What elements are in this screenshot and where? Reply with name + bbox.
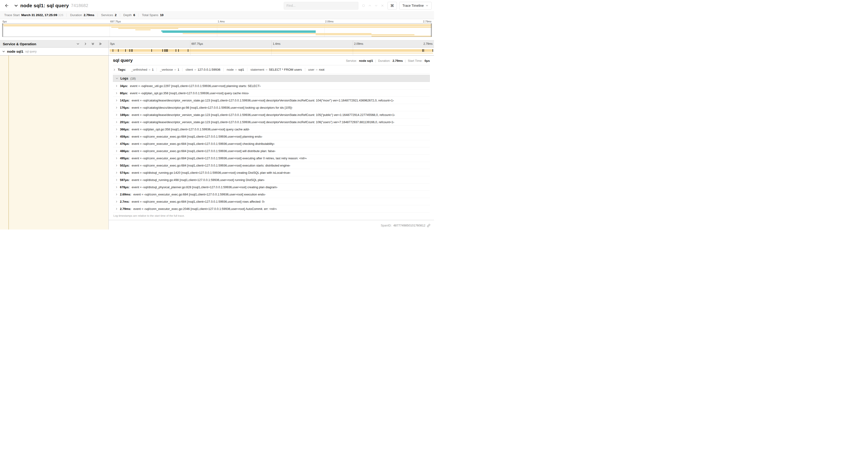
summary-value: 6: [133, 13, 135, 17]
collapse-one-icon[interactable]: [76, 42, 80, 45]
chevron-right-icon: [115, 200, 118, 203]
log-row[interactable]: 201μs: event = ‹sql/catalog/lease/descri…: [113, 119, 430, 126]
tag-equals: =: [266, 68, 268, 71]
log-row[interactable]: 574μs: event = ‹sql/distsql_running.go:1…: [113, 169, 430, 176]
log-marker: [188, 49, 188, 52]
span-collapse-chevron-icon[interactable]: [2, 50, 5, 53]
meta-separator: |: [405, 59, 406, 63]
log-event-text: event = ‹sql/catalog/descs/descriptor.go…: [132, 106, 292, 109]
log-row[interactable]: 34μs: event = ‹sql/exec_util.go:2297 [ns…: [113, 82, 430, 90]
service-operation-header: Service & Operation: [3, 42, 36, 46]
chevron-right-icon: [115, 135, 118, 138]
expand-collapse-controls: [76, 42, 106, 45]
log-row[interactable]: 142μs: event = ‹sql/catalog/lease/descri…: [113, 97, 430, 104]
link-icon[interactable]: [427, 224, 430, 227]
view-select-label: Trace Timeline: [403, 4, 424, 7]
log-timestamp: 201μs:: [120, 120, 129, 124]
trace-content: sql query Service: node sql1 | Duration:…: [0, 56, 434, 230]
find-scope-icon[interactable]: [362, 4, 365, 7]
tags-accordion[interactable]: Tags: _unfinished = 1 _verbose = 1 clien…: [113, 66, 430, 74]
log-row[interactable]: 495μs: event = ‹sql/conn_executor_exec.g…: [113, 155, 430, 162]
log-row[interactable]: 2.7ms: event = ‹sql/conn_executor_exec.g…: [113, 198, 430, 205]
expand-one-icon[interactable]: [84, 42, 87, 45]
span-id-row: SpanID: 4877749850101760812: [109, 222, 434, 230]
find-prev-icon[interactable]: [368, 4, 371, 7]
span-id-label: SpanID:: [381, 224, 392, 227]
span-detail-panel: sql query Service: node sql1 | Duration:…: [109, 56, 434, 220]
find-input[interactable]: [284, 2, 359, 9]
find-nav-controls: [361, 4, 385, 7]
log-row[interactable]: 476μs: event = ‹sql/conn_executor_exec.g…: [113, 140, 430, 147]
span-tree-guide: [8, 56, 9, 230]
log-timestamp: 189μs:: [120, 113, 129, 117]
minimap-axis: 0μs 697.75μs 1.4ms 2.09ms 2.79ms: [2, 20, 432, 23]
span-service-name: node sql1: [7, 50, 23, 54]
log-row[interactable]: 80μs: event = ‹sql/plan_opt.go:358 [nsql…: [113, 90, 430, 97]
summary-value: 2: [115, 13, 117, 17]
log-event-text: event = ‹sql/catalog/lease/descriptor_ve…: [132, 113, 395, 117]
grid-line: [353, 40, 353, 47]
expand-all-icon[interactable]: [99, 42, 102, 45]
back-button[interactable]: [2, 1, 11, 10]
view-select-button[interactable]: Trace Timeline: [399, 2, 432, 9]
ruler-tick-label: 2.09ms: [354, 42, 363, 45]
tag-key: _verbose: [160, 68, 173, 71]
find-next-icon[interactable]: [374, 4, 378, 7]
log-row[interactable]: 189μs: event = ‹sql/catalog/lease/descri…: [113, 111, 430, 119]
tag-equals: =: [174, 68, 176, 71]
header: node sql1: sql query 7418682 ⌘ Trace Tim…: [0, 0, 434, 11]
tag-value: 127.0.0.1:59936: [198, 68, 220, 71]
tag-value: 1: [178, 68, 180, 71]
collapse-all-icon[interactable]: [91, 42, 94, 45]
logs-accordion-header[interactable]: Logs (18): [113, 75, 430, 82]
log-row[interactable]: 176μs: event = ‹sql/catalog/descs/descri…: [113, 104, 430, 111]
meta-label: Duration:: [378, 59, 391, 63]
meta-label: Start Time:: [408, 59, 423, 63]
chevron-right-icon: [115, 113, 118, 116]
span-name-cell[interactable]: node sql1 sql query: [0, 47, 109, 55]
log-event-text: event = ‹sql/conn_executor_exec.go:2046 …: [133, 207, 277, 210]
log-row[interactable]: 597μs: event = ‹sql/distsql_running.go:4…: [113, 176, 430, 184]
log-event-text: event = ‹sql/conn_executor_exec.go:684 […: [132, 164, 290, 167]
log-timestamp: 476μs:: [120, 142, 129, 145]
span-row[interactable]: node sql1 sql query: [0, 47, 434, 56]
chevron-right-icon: [115, 142, 118, 145]
log-event-text: event = ‹sql/conn_executor_exec.go:684 […: [133, 193, 265, 196]
summary-label: Trace Start: [4, 13, 20, 17]
summary-depth: Depth 6: [120, 13, 139, 17]
grid-line: [271, 40, 272, 47]
log-event-text: event = ‹sql/catalog/lease/descriptor_ve…: [132, 99, 394, 102]
keyboard-shortcuts-button[interactable]: ⌘: [388, 2, 397, 9]
log-event-text: event = ‹sql/plan_opt.go:358 [nsql1,clie…: [132, 128, 249, 131]
log-row[interactable]: 366μs: event = ‹sql/plan_opt.go:358 [nsq…: [113, 126, 430, 133]
chevron-right-icon: [115, 164, 118, 167]
log-row[interactable]: 2.79ms: event = ‹sql/conn_executor_exec.…: [113, 205, 430, 212]
tag-item: statement = SELECT * FROM users: [247, 68, 305, 71]
view-start-scrubber[interactable]: [3, 24, 3, 37]
find-clear-icon[interactable]: [381, 4, 384, 7]
log-timestamp: 459μs:: [120, 135, 129, 138]
log-row[interactable]: 459μs: event = ‹sql/conn_executor_exec.g…: [113, 133, 430, 140]
minimap-canvas[interactable]: [2, 23, 432, 37]
tag-item: node = sql1: [223, 68, 247, 71]
log-row[interactable]: 486μs: event = ‹sql/conn_executor_exec.g…: [113, 147, 430, 155]
log-event-text: event = ‹sql/conn_executor_exec.go:684 […: [132, 157, 307, 160]
summary-total-spans: Total Spans 10: [138, 13, 167, 17]
minimap-span-bar: [316, 34, 414, 35]
view-end-scrubber[interactable]: [431, 24, 431, 37]
span-timeline-cell[interactable]: [109, 47, 434, 55]
log-marker: [178, 49, 179, 52]
log-row[interactable]: 678μs: event = ‹sql/distsql_physical_pla…: [113, 184, 430, 191]
summary-label: Total Spans: [142, 13, 158, 17]
chevron-right-icon: [115, 92, 118, 94]
chevron-right-icon: [115, 207, 118, 210]
log-timestamp: 678μs:: [120, 186, 129, 189]
log-row[interactable]: 2.69ms: event = ‹sql/conn_executor_exec.…: [113, 191, 430, 198]
minimap-span-bar: [183, 33, 372, 34]
grid-line: [353, 47, 353, 55]
axis-tick-label: 2.09ms: [325, 20, 334, 23]
log-row[interactable]: 502μs: event = ‹sql/conn_executor_exec.g…: [113, 162, 430, 169]
logs-title: Logs: [120, 76, 128, 80]
tag-item: client = 127.0.0.1:59936: [183, 68, 223, 71]
collapse-trace-chevron-icon[interactable]: [14, 3, 18, 8]
